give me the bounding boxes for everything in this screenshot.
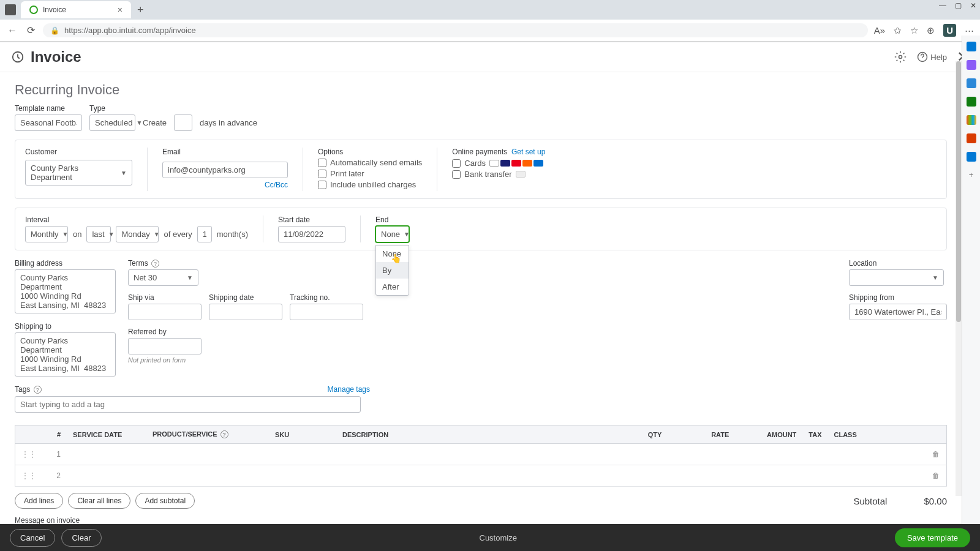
manage-tags-link[interactable]: Manage tags [328, 385, 370, 394]
customer-select[interactable]: County Parks Department▼ [25, 160, 132, 186]
rail-outlook-icon[interactable] [967, 152, 976, 162]
day-pos-select[interactable]: last▼ [86, 226, 111, 242]
delete-row-icon[interactable]: 🗑 [926, 444, 947, 465]
rail-blue-icon[interactable] [967, 78, 976, 88]
address-bar[interactable]: 🔒 https://app.qbo.intuit.com/app/invoice [43, 23, 868, 37]
col-service-date: SERVICE DATE [67, 425, 146, 444]
shipping-date-input[interactable] [209, 304, 282, 320]
end-dropdown: None By After [375, 245, 409, 296]
col-amount: AMOUNT [735, 425, 802, 444]
footer-bar: Cancel Clear Customize Save template [0, 524, 980, 525]
scrollbar[interactable] [956, 61, 962, 496]
print-later-checkbox[interactable] [318, 170, 326, 178]
side-rail: + ⚙ [962, 36, 980, 525]
page-header: Invoice Help ✕ [0, 42, 980, 72]
rail-purple-icon[interactable] [967, 60, 976, 70]
payments-label: Online payments Get set up [452, 148, 545, 156]
add-lines-button[interactable]: Add lines [15, 493, 63, 509]
col-tax: TAX [802, 425, 827, 444]
days-advance-input[interactable] [174, 114, 192, 131]
cards-checkbox[interactable] [452, 159, 461, 168]
subtotal-value: $0.00 [924, 496, 947, 506]
info-icon[interactable]: ? [34, 386, 42, 394]
col-description: DESCRIPTION [336, 425, 612, 444]
add-subtotal-button[interactable]: Add subtotal [135, 493, 195, 509]
refresh-button[interactable]: ⟳ [24, 24, 37, 36]
rail-multi-icon[interactable] [967, 115, 976, 125]
template-name-input[interactable] [15, 114, 82, 131]
rail-green-icon[interactable] [967, 97, 976, 107]
browser-chrome: Invoice × + ← ⟳ 🔒 https://app.qbo.intuit… [0, 0, 980, 42]
table-row[interactable]: ⋮⋮ 1 🗑 [15, 444, 947, 465]
type-label: Type [89, 104, 135, 113]
referred-input[interactable] [128, 338, 202, 354]
favorites-icon[interactable]: ☆ [910, 25, 918, 36]
terms-label: Terms ? [128, 259, 363, 268]
shipping-from-input[interactable] [849, 304, 947, 320]
info-icon[interactable]: ? [221, 430, 228, 438]
new-tab-button[interactable]: + [131, 4, 150, 17]
tab-title: Invoice [43, 6, 66, 14]
collections-icon[interactable]: ⊕ [927, 25, 935, 36]
browser-tab[interactable]: Invoice × [21, 1, 131, 18]
tracking-label: Tracking no. [290, 293, 363, 302]
shipping-to-input[interactable] [15, 332, 116, 377]
email-label: Email [162, 148, 288, 156]
star-outline-icon[interactable]: ✩ [894, 25, 902, 36]
billing-address-input[interactable] [15, 269, 116, 313]
rail-add-icon[interactable]: + [967, 170, 976, 180]
back-button[interactable]: ← [6, 25, 18, 36]
location-label: Location [849, 259, 947, 268]
col-num: # [42, 425, 67, 444]
line-items-table: # SERVICE DATE PRODUCT/SERVICE ? SKU DES… [15, 425, 947, 487]
end-option-by[interactable]: By [376, 262, 409, 279]
menu-icon[interactable]: ⋯ [965, 25, 974, 36]
window-close[interactable]: ✕ [970, 1, 976, 10]
rail-search-icon[interactable] [967, 42, 976, 51]
tracking-input[interactable] [290, 304, 363, 320]
customer-label: Customer [25, 148, 132, 156]
ship-via-input[interactable] [128, 304, 202, 320]
interval-count-input[interactable] [197, 226, 212, 242]
tab-strip-icon[interactable] [5, 4, 16, 15]
auto-send-checkbox[interactable] [318, 159, 326, 167]
start-date-input[interactable] [278, 226, 345, 242]
unbilled-checkbox[interactable] [318, 181, 326, 189]
rail-orange-icon[interactable] [967, 133, 976, 143]
terms-select[interactable]: Net 30▼ [128, 269, 198, 286]
col-sku: SKU [269, 425, 336, 444]
email-input[interactable] [162, 162, 288, 178]
end-option-after[interactable]: After [376, 279, 409, 295]
tags-label: Tags ? [15, 385, 42, 394]
shipping-to-label: Shipping to [15, 322, 116, 331]
svg-point-1 [899, 56, 902, 59]
delete-row-icon[interactable]: 🗑 [926, 465, 947, 487]
help-button[interactable]: Help [917, 51, 947, 62]
billing-address-label: Billing address [15, 259, 116, 268]
drag-handle-icon[interactable]: ⋮⋮ [15, 444, 43, 465]
days-advance-text: days in advance [200, 118, 257, 131]
end-select[interactable]: None▼ None By After 👆 [375, 226, 409, 242]
table-row[interactable]: ⋮⋮ 2 🗑 [15, 465, 947, 487]
info-icon[interactable]: ? [151, 260, 159, 268]
bank-checkbox[interactable] [452, 170, 461, 179]
profile-badge[interactable]: U [943, 24, 956, 37]
drag-handle-icon[interactable]: ⋮⋮ [15, 465, 43, 487]
card-icons [489, 160, 543, 167]
read-aloud-icon[interactable]: A» [874, 25, 885, 36]
end-option-none[interactable]: None [376, 246, 409, 262]
tags-input[interactable] [15, 396, 361, 413]
setup-link[interactable]: Get set up [511, 148, 545, 156]
frequency-select[interactable]: Monthly▼ [25, 226, 68, 242]
window-minimize[interactable]: — [939, 1, 946, 10]
end-label: End [375, 216, 409, 224]
settings-icon[interactable] [894, 50, 907, 64]
type-select[interactable]: Scheduled▼ [89, 114, 135, 131]
day-name-select[interactable]: Monday▼ [116, 226, 159, 242]
tab-close-icon[interactable]: × [118, 5, 123, 15]
window-maximize[interactable]: ▢ [955, 1, 962, 10]
clear-lines-button[interactable]: Clear all lines [68, 493, 130, 509]
col-product: PRODUCT/SERVICE ? [146, 425, 269, 444]
location-select[interactable]: ▼ [849, 269, 944, 286]
ccbcc-link[interactable]: Cc/Bcc [265, 181, 288, 189]
